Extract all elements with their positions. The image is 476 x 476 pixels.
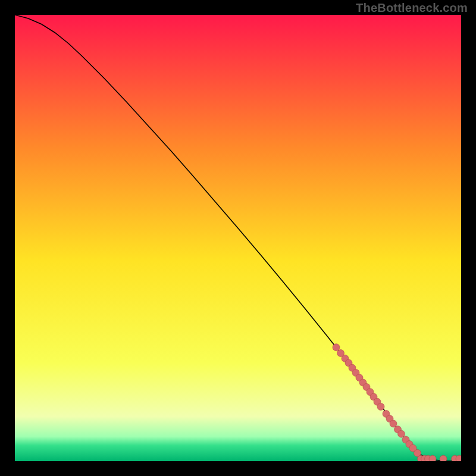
data-marker [377, 403, 384, 411]
gradient-bg [15, 15, 461, 461]
data-marker [333, 344, 340, 351]
data-marker [429, 455, 436, 461]
watermark: TheBottleneck.com [356, 1, 468, 15]
data-marker [398, 430, 405, 437]
chart-svg [15, 15, 461, 461]
plot-area [15, 15, 461, 461]
chart-frame: TheBottleneck.com [0, 0, 476, 476]
data-marker [390, 420, 397, 427]
data-marker [440, 455, 447, 461]
